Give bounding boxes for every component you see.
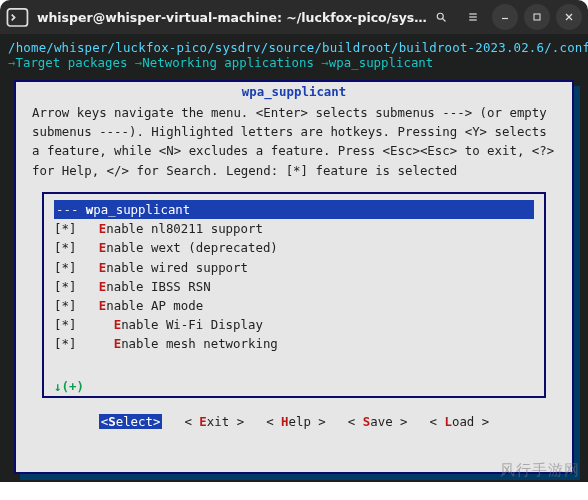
dialog-button-exit[interactable]: < Exit > (184, 414, 244, 429)
menu-item-hotkey: E (99, 277, 106, 296)
menu-item-label: nable AP mode (106, 296, 203, 315)
menu-item-hotkey: E (114, 334, 121, 353)
menu-item-4[interactable]: [*] Enable IBSS RSN (54, 277, 534, 296)
menu-item-3[interactable]: [*] Enable wired support (54, 258, 534, 277)
menu-item-label: nable mesh networking (121, 334, 278, 353)
menu-item-mark: --- (56, 200, 86, 219)
close-icon (563, 11, 575, 23)
menu-list[interactable]: --- wpa_supplicant[*] Enable nl80211 sup… (42, 192, 546, 398)
terminal-viewport[interactable]: /home/whisper/luckfox-pico/sysdrv/source… (0, 34, 588, 482)
minimize-icon (499, 11, 511, 23)
button-hotkey: H (281, 414, 288, 429)
dialog-button-help[interactable]: < Help > (266, 414, 326, 429)
dialog-button-save[interactable]: < Save > (348, 414, 408, 429)
menu-item-label: nable wired support (106, 258, 248, 277)
dialog-button-load[interactable]: < Load > (430, 414, 490, 429)
svg-line-2 (443, 19, 446, 22)
crumb-1: Networking applications (142, 55, 314, 70)
menu-item-5[interactable]: [*] Enable AP mode (54, 296, 534, 315)
menu-item-6[interactable]: [*] Enable Wi-Fi Display (54, 315, 534, 334)
search-button[interactable] (428, 4, 454, 30)
menu-item-mark: [*] (54, 258, 99, 277)
menu-item-label: nable nl80211 support (106, 219, 263, 238)
terminal-icon (6, 6, 29, 29)
menu-item-mark: [*] (54, 219, 99, 238)
menu-item-hotkey: w (86, 200, 93, 219)
svg-point-1 (437, 13, 443, 19)
button-hotkey: S (108, 414, 115, 429)
minimize-button[interactable] (492, 4, 518, 30)
maximize-button[interactable] (524, 4, 550, 30)
menu-item-label: pa_supplicant (93, 200, 190, 219)
svg-rect-0 (7, 8, 27, 25)
breadcrumb: →Target packages →Networking application… (8, 55, 580, 70)
menu-item-hotkey: E (99, 238, 106, 257)
menu-item-mark: [*] (54, 334, 114, 353)
menu-item-mark: [*] (54, 315, 114, 334)
dialog-title: wpa_supplicant (16, 82, 572, 101)
arrow-icon: → (321, 55, 328, 70)
menu-item-mark: [*] (54, 238, 99, 257)
maximize-icon (531, 11, 543, 23)
hamburger-icon (467, 11, 479, 23)
dialog-help-text: Arrow keys navigate the menu. <Enter> se… (16, 101, 572, 186)
svg-rect-7 (534, 14, 540, 20)
button-hotkey: E (199, 414, 206, 429)
button-hotkey: L (444, 414, 451, 429)
menuconfig-dialog: wpa_supplicant Arrow keys navigate the m… (14, 80, 574, 474)
menu-item-0[interactable]: --- wpa_supplicant (54, 200, 534, 219)
dialog-button-select[interactable]: <Select> (99, 414, 163, 429)
window-title: whisper@whisper-virtual-machine: ~/luckf… (37, 10, 428, 25)
crumb-0: Target packages (15, 55, 127, 70)
menu-item-label: nable Wi-Fi Display (121, 315, 263, 334)
menu-item-label: nable IBSS RSN (106, 277, 210, 296)
window-titlebar: whisper@whisper-virtual-machine: ~/luckf… (0, 0, 588, 34)
menu-item-label: nable wext (deprecated) (106, 238, 278, 257)
menu-item-hotkey: E (99, 219, 106, 238)
menu-item-1[interactable]: [*] Enable nl80211 support (54, 219, 534, 238)
menu-item-hotkey: E (99, 296, 106, 315)
crumb-2: wpa_supplicant (329, 55, 433, 70)
new-tab-button[interactable] (6, 4, 29, 30)
config-path: /home/whisper/luckfox-pico/sysdrv/source… (8, 40, 580, 55)
menu-button[interactable] (460, 4, 486, 30)
menu-item-hotkey: E (114, 315, 121, 334)
titlebar-right (428, 4, 582, 30)
menu-item-7[interactable]: [*] Enable mesh networking (54, 334, 534, 353)
scroll-more-indicator: ↓(+) (54, 379, 84, 394)
dialog-button-row: <Select>< Exit >< Help >< Save >< Load > (16, 404, 572, 433)
close-button[interactable] (556, 4, 582, 30)
titlebar-left: whisper@whisper-virtual-machine: ~/luckf… (6, 4, 428, 30)
menu-item-2[interactable]: [*] Enable wext (deprecated) (54, 238, 534, 257)
search-icon (435, 11, 447, 23)
menu-item-hotkey: E (99, 258, 106, 277)
menu-item-mark: [*] (54, 296, 99, 315)
menu-item-mark: [*] (54, 277, 99, 296)
